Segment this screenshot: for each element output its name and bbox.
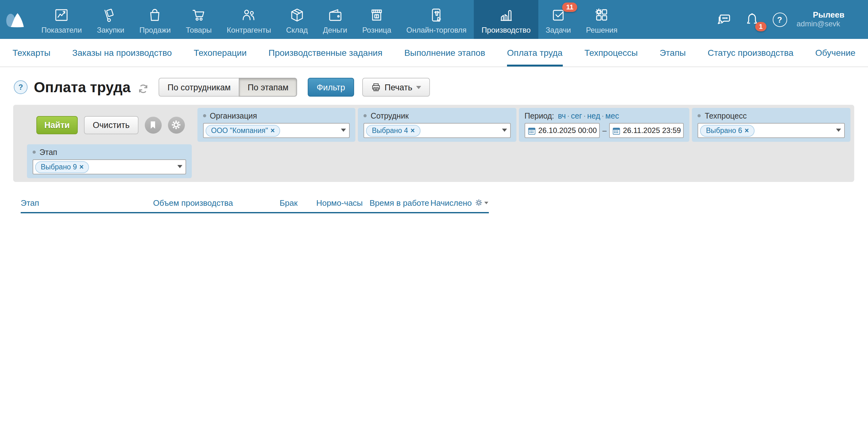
nav-item-online-trade[interactable]: Онлайн-торговля bbox=[399, 0, 474, 39]
column-settings-button[interactable] bbox=[475, 199, 489, 206]
chevron-down-icon bbox=[177, 165, 182, 168]
techprocess-chip: Выбрано 6 × bbox=[700, 124, 754, 137]
techprocess-label: Техпроцесс bbox=[705, 111, 747, 120]
col-header-stage[interactable]: Этап bbox=[21, 198, 149, 213]
employee-label: Сотрудник bbox=[371, 111, 409, 120]
help-button[interactable]: ? bbox=[769, 9, 790, 30]
employee-select[interactable]: Выбрано 4 × bbox=[364, 123, 511, 138]
help-icon: ? bbox=[772, 12, 787, 27]
chat-button[interactable] bbox=[714, 9, 735, 30]
organization-select[interactable]: ООО "Компания" × bbox=[203, 123, 350, 138]
page-help-icon[interactable]: ? bbox=[14, 80, 28, 94]
nav-item-counterparties[interactable]: Контрагенты bbox=[219, 0, 279, 39]
remove-icon[interactable]: × bbox=[745, 127, 749, 134]
nav-item-warehouse[interactable]: Склад bbox=[279, 0, 315, 39]
notifications-button[interactable]: 1 bbox=[741, 9, 763, 30]
tab-labor-payment[interactable]: Оплата труда bbox=[507, 39, 562, 66]
period-yesterday-link[interactable]: вч bbox=[558, 111, 566, 120]
stage-chip: Выбрано 9 × bbox=[35, 161, 89, 173]
print-button[interactable]: Печать bbox=[362, 78, 430, 96]
nav-item-retail[interactable]: Розница bbox=[355, 0, 399, 39]
people-icon bbox=[241, 7, 257, 23]
nav-item-indicators[interactable]: Показатели bbox=[34, 0, 89, 39]
tab-training[interactable]: Обучение bbox=[815, 39, 856, 66]
nav-item-goods[interactable]: Товары bbox=[178, 0, 219, 39]
filter-button[interactable]: Фильтр bbox=[308, 78, 354, 96]
period-from-input[interactable]: 26.10.2025 00:00 bbox=[525, 123, 600, 138]
period-label-row: Период: вч·сег·нед·мес bbox=[525, 111, 684, 120]
box-icon bbox=[289, 7, 305, 23]
tab-techcards[interactable]: Техкарты bbox=[12, 39, 51, 66]
separator-dot: · bbox=[602, 111, 604, 120]
filter-field-employee: Сотрудник Выбрано 4 × bbox=[358, 108, 517, 142]
filter-settings-button[interactable] bbox=[168, 116, 185, 133]
tab-tech-processes[interactable]: Техпроцессы bbox=[584, 39, 638, 66]
period-inputs: 26.10.2025 00:00 – 26.11.2025 23:59 bbox=[525, 123, 684, 138]
field-label-row: Сотрудник bbox=[364, 111, 511, 120]
cell-stage: Глажка изделия bbox=[21, 213, 149, 216]
tab-production-tasks[interactable]: Производственные задания bbox=[269, 39, 382, 66]
remove-icon[interactable]: × bbox=[79, 163, 83, 171]
print-label: Печать bbox=[384, 83, 412, 92]
stage-select[interactable]: Выбрано 9 × bbox=[33, 160, 186, 174]
main-content: ? Оплата труда По сотрудникам По этапам … bbox=[0, 77, 868, 216]
cell-volume: 1 bbox=[149, 213, 233, 216]
nav-item-label: Продажи bbox=[140, 26, 171, 34]
period-week-link[interactable]: нед bbox=[587, 111, 600, 120]
tab-production-status[interactable]: Статус производства bbox=[708, 39, 794, 66]
bullet-icon bbox=[33, 150, 36, 154]
col-header-accrued[interactable]: Начислено bbox=[429, 198, 489, 213]
date-range-dash: – bbox=[602, 126, 607, 135]
hand-truck-icon bbox=[102, 7, 119, 23]
gear-icon bbox=[172, 120, 181, 130]
bullet-icon bbox=[698, 114, 701, 117]
filter-field-stage: Этап Выбрано 9 × bbox=[27, 144, 192, 178]
nav-item-solutions[interactable]: Решения bbox=[579, 0, 625, 39]
tab-production-orders[interactable]: Заказы на производство bbox=[72, 39, 172, 66]
bullet-icon bbox=[364, 114, 367, 117]
col-header-norm-hours[interactable]: Нормо-часы bbox=[298, 198, 363, 213]
notifications-count-badge[interactable]: 1 bbox=[755, 22, 767, 31]
filter-field-period: Период: вч·сег·нед·мес 26.10.2 bbox=[519, 108, 690, 142]
tab-tech-operations[interactable]: Техоперации bbox=[194, 39, 247, 66]
chevron-down-icon bbox=[416, 86, 421, 89]
col-header-volume[interactable]: Объем производства bbox=[149, 198, 233, 213]
by-stages-button[interactable]: По этапам bbox=[239, 78, 297, 96]
top-navigation: Показатели Закупки Продажи Товары Контра bbox=[0, 0, 868, 39]
find-button[interactable]: Найти bbox=[36, 116, 78, 134]
separator-dot: · bbox=[583, 111, 586, 120]
col-header-defects[interactable]: Брак bbox=[233, 198, 298, 213]
moysklad-logo[interactable] bbox=[0, 0, 34, 39]
user-menu[interactable]: Рылеев admin@sevk bbox=[797, 10, 866, 29]
nav-item-production[interactable]: Производство bbox=[474, 0, 538, 39]
nav-spacer bbox=[625, 0, 714, 39]
nav-item-money[interactable]: Деньги bbox=[315, 0, 355, 39]
techprocess-select[interactable]: Выбрано 6 × bbox=[698, 123, 845, 138]
nav-item-purchases[interactable]: Закупки bbox=[89, 0, 132, 39]
nav-item-sales[interactable]: Продажи bbox=[132, 0, 178, 39]
filter-panel: Найти Очистить bbox=[13, 105, 854, 182]
tab-stage-execution[interactable]: Выполнение этапов bbox=[404, 39, 485, 66]
period-today-link[interactable]: сег bbox=[571, 111, 582, 120]
storefront-icon bbox=[369, 7, 385, 23]
clear-button[interactable]: Очистить bbox=[84, 116, 138, 134]
remove-icon[interactable]: × bbox=[271, 127, 275, 134]
by-employees-button[interactable]: По сотрудникам bbox=[159, 78, 239, 96]
nav-item-tasks[interactable]: 11 Задачи bbox=[538, 0, 579, 39]
refresh-icon[interactable] bbox=[138, 83, 149, 94]
period-shortcuts: вч·сег·нед·мес bbox=[558, 111, 619, 120]
table-header-row: Этап Объем производства Брак Нормо-часы … bbox=[21, 198, 489, 213]
tab-stages[interactable]: Этапы bbox=[660, 39, 686, 66]
nav-item-label: Онлайн-торговля bbox=[406, 26, 467, 34]
period-month-link[interactable]: мес bbox=[606, 111, 619, 120]
chat-icon bbox=[716, 11, 733, 28]
calendar-icon bbox=[612, 126, 620, 135]
period-to-input[interactable]: 26.11.2025 23:59 bbox=[609, 123, 684, 138]
labor-payment-table: Этап Объем производства Брак Нормо-часы … bbox=[21, 198, 489, 216]
nav-item-label: Розница bbox=[362, 26, 392, 34]
tasks-count-badge[interactable]: 11 bbox=[562, 2, 577, 12]
line-chart-icon bbox=[54, 7, 70, 23]
col-header-in-progress[interactable]: Время в работе bbox=[363, 198, 429, 213]
remove-icon[interactable]: × bbox=[410, 127, 414, 134]
saved-filters-button[interactable] bbox=[145, 116, 162, 133]
